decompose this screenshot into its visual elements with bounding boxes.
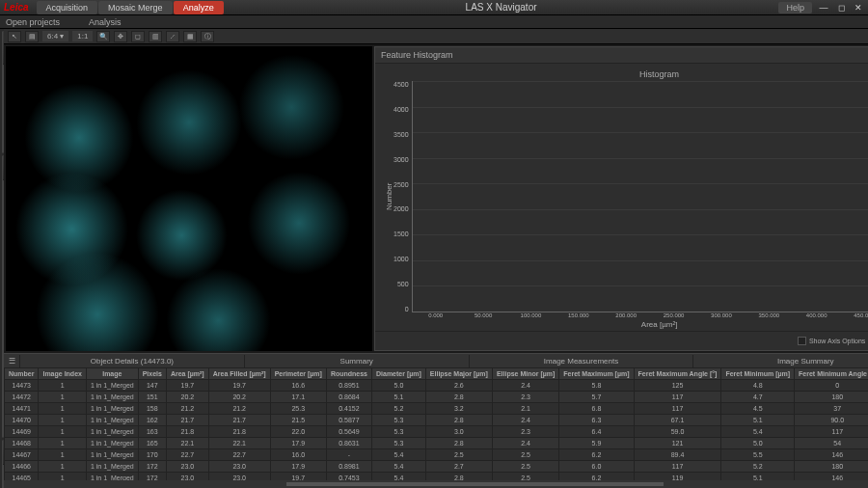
tab-summary[interactable]: Summary bbox=[244, 355, 469, 367]
table-row[interactable]: 1447211 in 1_Merged15120.220.217.10.8684… bbox=[5, 392, 869, 403]
titlebar: Leica Acquisition Mosaic Merge Analyze L… bbox=[0, 0, 868, 15]
tab-object-details[interactable]: Object Details (14473.0) bbox=[19, 355, 244, 367]
hist-bar-4 bbox=[624, 178, 672, 312]
tool-arrow-icon[interactable]: ↖ bbox=[8, 31, 21, 42]
hist-bar-7 bbox=[780, 298, 828, 312]
tool-roi-icon[interactable]: ◻ bbox=[131, 31, 145, 42]
col-header[interactable]: Feret Minimum [µm] bbox=[721, 368, 795, 380]
col-header[interactable]: Diameter [µm] bbox=[372, 368, 426, 380]
data-menu-icon[interactable]: ☰ bbox=[4, 357, 19, 366]
tool-zoom-icon[interactable]: 🔍 bbox=[96, 31, 110, 42]
hist-bar-3 bbox=[572, 92, 620, 312]
table-row[interactable]: 1447111 in 1_Merged15821.221.225.30.4152… bbox=[5, 403, 869, 415]
fit-button[interactable]: 1:1 bbox=[72, 31, 93, 41]
microscopy-image-viewer[interactable] bbox=[6, 46, 372, 351]
hist-bar-5 bbox=[676, 238, 724, 312]
viewer-toolbar: ↖ ▤ 6:4 ▾ 1:1 🔍 ✥ ◻ ▥ ⟋ ▦ ⓘ bbox=[4, 29, 868, 44]
horizontal-scrollbar[interactable] bbox=[4, 480, 868, 488]
close-button[interactable]: ✕ bbox=[853, 2, 864, 14]
subbar: Open projects Analysis bbox=[0, 15, 868, 29]
tool-measure-icon[interactable]: ⟋ bbox=[166, 31, 179, 42]
hist-bar-2 bbox=[520, 155, 568, 312]
tab-analyze[interactable]: Analyze bbox=[174, 1, 224, 14]
col-header[interactable]: Feret Maximum [µm] bbox=[559, 368, 634, 380]
col-header[interactable]: Feret Maximum Angle [°] bbox=[634, 368, 721, 380]
data-table-wrapper[interactable]: NumberImage IndexImagePixelsArea [µm²]Ar… bbox=[4, 367, 868, 480]
col-header[interactable]: Pixels bbox=[138, 368, 166, 380]
show-axis-checkbox[interactable] bbox=[798, 337, 806, 345]
hist-bar-8 bbox=[831, 301, 868, 312]
help-button[interactable]: Help bbox=[778, 2, 812, 14]
microscopy-image bbox=[6, 46, 372, 351]
col-header[interactable]: Area Filled [µm²] bbox=[208, 368, 270, 380]
tool-pan-icon[interactable]: ✥ bbox=[114, 31, 127, 42]
data-table: NumberImage IndexImagePixelsArea [µm²]Ar… bbox=[4, 367, 868, 480]
col-header[interactable]: Feret Minimum Angle [°] bbox=[795, 368, 868, 380]
data-panel: ☰ Object Details (14473.0) Summary Image… bbox=[4, 353, 868, 488]
col-header[interactable]: Ellipse Minor [µm] bbox=[492, 368, 558, 380]
table-row[interactable]: 1446711 in 1_Merged17022.722.716.0-5.42.… bbox=[5, 449, 869, 461]
tab-image-summary[interactable]: Image Summary bbox=[692, 355, 868, 367]
tool-hist-icon[interactable]: ▥ bbox=[149, 31, 162, 42]
col-header[interactable]: Number bbox=[5, 368, 39, 380]
tab-image-measurements[interactable]: Image Measurements bbox=[469, 355, 693, 367]
tool-info-icon[interactable]: ⓘ bbox=[201, 31, 214, 42]
maximize-button[interactable]: ◻ bbox=[835, 2, 847, 14]
table-row[interactable]: 1446611 in 1_Merged17223.023.017.90.8981… bbox=[5, 461, 869, 473]
col-header[interactable]: Area [µm²] bbox=[166, 368, 208, 380]
leica-logo: Leica bbox=[4, 2, 29, 13]
table-row[interactable]: 1446511 in 1_Merged17223.023.019.70.7453… bbox=[5, 473, 869, 481]
col-header[interactable]: Perimeter [µm] bbox=[270, 368, 326, 380]
tab-mosaic-merge[interactable]: Mosaic Merge bbox=[98, 1, 173, 14]
hist-bar-6 bbox=[728, 265, 776, 312]
table-row[interactable]: 1447311 in 1_Merged14719.719.716.60.8951… bbox=[5, 380, 869, 392]
table-row[interactable]: 1447011 in 1_Merged16221.721.721.50.5877… bbox=[5, 415, 869, 426]
col-header[interactable]: Image Index bbox=[39, 368, 86, 380]
col-header[interactable]: Ellipse Major [µm] bbox=[425, 368, 492, 380]
analysis-link[interactable]: Analysis bbox=[89, 17, 122, 27]
hist-bar-1 bbox=[468, 248, 516, 312]
histogram-title: Histogram bbox=[383, 69, 868, 79]
tab-acquisition[interactable]: Acquisition bbox=[37, 1, 98, 14]
histogram-bars bbox=[412, 81, 868, 312]
tool-doc-icon[interactable]: ▤ bbox=[25, 31, 39, 42]
col-header[interactable]: Roundness bbox=[326, 368, 371, 380]
col-header[interactable]: Image bbox=[86, 368, 138, 380]
app-title: LAS X Navigator bbox=[224, 2, 779, 13]
feature-histogram-panel: Feature Histogram Histogram Number 45004… bbox=[374, 46, 868, 351]
tool-grid-icon[interactable]: ▦ bbox=[183, 31, 197, 42]
table-row[interactable]: 1446811 in 1_Merged16522.122.117.90.8631… bbox=[5, 438, 869, 449]
table-row[interactable]: 1446911 in 1_Merged16321.821.822.00.5649… bbox=[5, 426, 869, 438]
open-projects-link[interactable]: Open projects bbox=[6, 17, 60, 27]
minimize-button[interactable]: — bbox=[818, 2, 829, 14]
hist-bar-0 bbox=[417, 292, 465, 312]
zoom-dropdown[interactable]: 6:4 ▾ bbox=[42, 31, 68, 41]
